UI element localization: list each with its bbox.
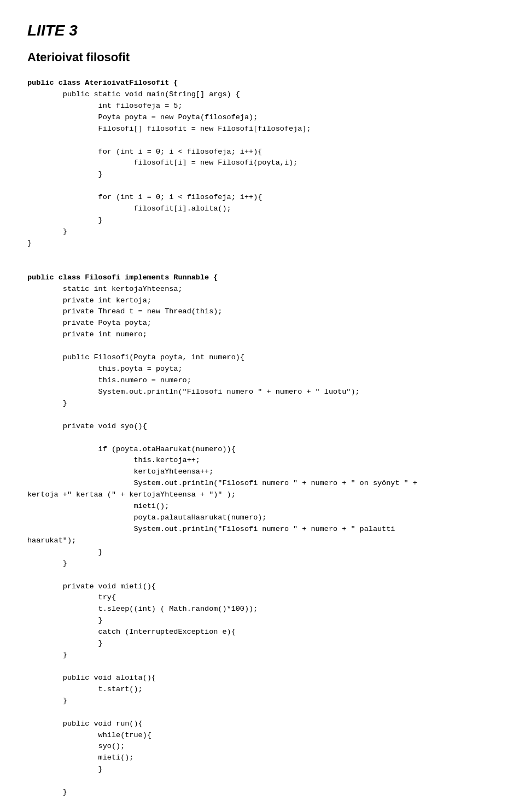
code-line: this.kertoja++; (27, 455, 498, 466)
code-line: System.out.println("Filosofi numero " + … (27, 387, 498, 398)
code-line (27, 775, 498, 787)
code-line: private Thread t = new Thread(this); (27, 306, 498, 318)
code-line: int filosofeja = 5; (27, 101, 498, 112)
code-line: public Filosofi(Poyta poyta, int numero)… (27, 352, 498, 364)
code-line (27, 707, 498, 718)
code-line: catch (InterruptedException e){ (27, 627, 498, 638)
code-line: public static void main(String[] args) { (27, 810, 498, 812)
code-line: private int numero; (27, 329, 498, 341)
code-line: syo(); (27, 741, 498, 752)
section-title: Aterioivat filosofit (27, 50, 498, 65)
code-line: private void mieti(){ (27, 581, 498, 593)
code-line (27, 570, 498, 581)
code-line: for (int i = 0; i < filosofeja; i++){ (27, 192, 498, 203)
code-line: public class AterioivatFilosofit { (27, 78, 498, 89)
code-line (27, 341, 498, 352)
code-line: try{ (27, 592, 498, 604)
code-line: public void run(){ (27, 718, 498, 730)
code-line: Poyta poyta = new Poyta(filosofeja); (27, 112, 498, 124)
code-line: this.poyta = poyta; (27, 364, 498, 375)
code-line: poyta.palautaHaarukat(numero); (27, 512, 498, 524)
code-line: public static void main(String[] args) { (27, 89, 498, 101)
code-line: System.out.println("Filosofi numero " + … (27, 524, 498, 535)
code-line: mieti(); (27, 752, 498, 764)
code-line: Filosofi[] filosofit = new Filosofi[filo… (27, 124, 498, 135)
code-line: kertoja +" kertaa (" + kertojaYhteensa +… (27, 489, 498, 501)
code-line: } (27, 547, 498, 558)
code-line (27, 798, 498, 810)
code-line: private Poyta poyta; (27, 318, 498, 329)
code-line: } (27, 215, 498, 226)
code-line (27, 135, 498, 147)
page-title: LIITE 3 (27, 22, 498, 39)
code-line: } (27, 238, 498, 249)
code-line: private int kertoja; (27, 295, 498, 307)
code-line: } (27, 696, 498, 707)
code-line: this.numero = numero; (27, 375, 498, 387)
code-line (27, 410, 498, 421)
code-line: if (poyta.otaHaarukat(numero)){ (27, 444, 498, 455)
code-line (27, 249, 498, 261)
code-line (27, 261, 498, 272)
code-line: haarukat"); (27, 535, 498, 547)
code-line (27, 661, 498, 673)
code-line: } (27, 558, 498, 570)
code-line: mieti(); (27, 501, 498, 512)
code-line: } (27, 638, 498, 650)
code-line: public void aloita(){ (27, 673, 498, 684)
code-line: static int kertojaYhteensa; (27, 284, 498, 295)
code-line (27, 433, 498, 444)
code-line: for (int i = 0; i < filosofeja; i++){ (27, 147, 498, 158)
code-line: } (27, 764, 498, 775)
code-line (27, 180, 498, 192)
code-line: } (27, 650, 498, 661)
code-line: } (27, 398, 498, 410)
code-line: kertojaYhteensa++; (27, 466, 498, 478)
code-line: filosofit[i] = new Filosofi(poyta,i); (27, 157, 498, 169)
code-line: while(true){ (27, 730, 498, 741)
code-block: public class AterioivatFilosofit { publi… (27, 78, 498, 812)
code-line: t.start(); (27, 684, 498, 696)
code-line: private void syo(){ (27, 421, 498, 433)
code-line: System.out.println("Filosofi numero " + … (27, 478, 498, 489)
code-line: } (27, 615, 498, 627)
code-line: } (27, 787, 498, 798)
code-line: } (27, 226, 498, 238)
code-line: public class Filosofi implements Runnabl… (27, 272, 498, 284)
code-line: filosofit[i].aloita(); (27, 203, 498, 215)
code-line: } (27, 169, 498, 180)
code-line: t.sleep((int) ( Math.random()*100)); (27, 604, 498, 615)
